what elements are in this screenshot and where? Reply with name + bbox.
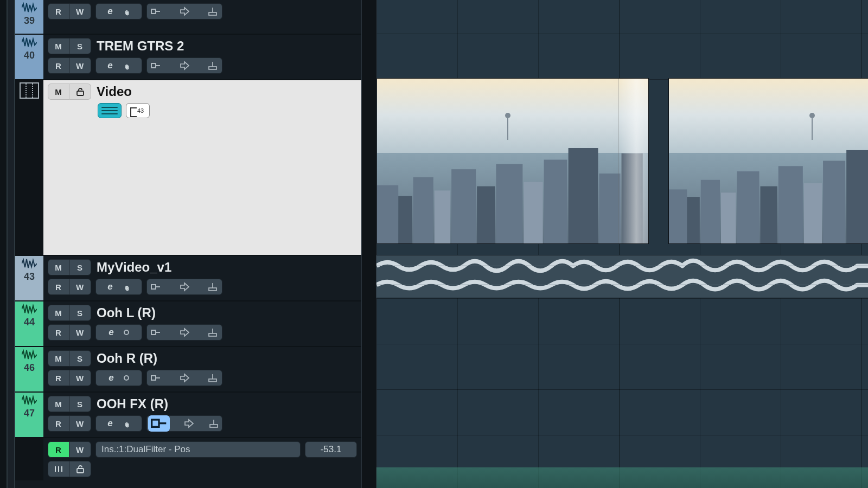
e-icon: e (107, 6, 112, 17)
edit-insert-button[interactable]: e⚭ (95, 279, 142, 295)
read-button[interactable]: R (48, 370, 69, 386)
track-name[interactable]: MyVideo_v1 (97, 260, 171, 275)
solo-button[interactable]: S (69, 305, 91, 321)
track-row[interactable]: 47 MS OOH FX (R) RW e⚭ (15, 391, 361, 437)
track-number: 39 (20, 15, 39, 27)
svg-rect-10 (77, 91, 84, 95)
bypass-icon[interactable] (178, 6, 191, 17)
auto-write-button[interactable]: W (69, 441, 91, 458)
freeze-icon[interactable] (207, 281, 220, 292)
svg-rect-29 (210, 425, 218, 427)
video-thumbnail[interactable] (668, 78, 868, 244)
mute-button[interactable]: M (48, 350, 69, 367)
write-button[interactable]: W (69, 324, 91, 341)
track-name[interactable]: Video (97, 84, 132, 99)
automation-param[interactable]: Ins.:1:DualFilter - Pos (95, 441, 301, 458)
gutter (8, 0, 15, 488)
track-name[interactable]: Ooh R (R) (97, 351, 157, 366)
freeze-icon[interactable] (207, 60, 220, 71)
read-button[interactable]: R (48, 279, 69, 295)
write-button[interactable]: W (69, 415, 91, 432)
track-row[interactable]: 43 MS MyVideo_v1 RW e⚭ (15, 255, 361, 300)
bypass-icon[interactable] (178, 373, 191, 383)
thumbnails-button[interactable] (98, 103, 122, 118)
ms-group: M S (48, 38, 91, 54)
region-strip[interactable] (376, 467, 868, 488)
video-thumbnail[interactable] (376, 78, 649, 244)
solo-button[interactable]: S (69, 259, 91, 275)
automation-value[interactable]: -53.1 (305, 441, 357, 458)
write-button[interactable]: W (69, 57, 91, 74)
track-name[interactable]: Ooh L (R) (97, 305, 156, 320)
monitor-icon[interactable] (149, 281, 162, 292)
auto-read-button[interactable]: R (48, 441, 69, 458)
rw-group: R W (48, 3, 91, 20)
svg-marker-18 (181, 329, 189, 336)
waveform-icon (22, 349, 37, 360)
svg-rect-19 (209, 333, 216, 336)
freeze-icon[interactable] (207, 373, 220, 383)
track-row[interactable]: 46 MS Ooh R (R) RW e (15, 346, 361, 391)
svg-rect-14 (209, 288, 216, 291)
read-button[interactable]: R (48, 3, 69, 20)
track-color: 43 (15, 256, 43, 300)
write-button[interactable]: W (69, 3, 91, 20)
solo-button[interactable]: S (69, 396, 91, 412)
read-button[interactable]: R (48, 415, 69, 432)
track-name[interactable]: OOH FX (R) (97, 396, 168, 412)
freeze-icon[interactable] (207, 6, 220, 17)
track-number: 44 (20, 317, 39, 328)
edit-insert-button[interactable]: e⚭ (95, 415, 142, 432)
edit-insert-button[interactable]: e⚭ (95, 57, 142, 74)
solo-button[interactable]: S (69, 38, 91, 54)
video-clips[interactable] (376, 78, 868, 246)
monitor-icon[interactable] (148, 415, 170, 432)
monitor-icon[interactable] (149, 6, 162, 17)
track-name[interactable]: TREM GTRS 2 (97, 38, 184, 54)
write-button[interactable]: W (69, 279, 91, 295)
track-number: 46 (20, 362, 39, 374)
mute-button[interactable]: M (48, 259, 69, 275)
edit-insert-button[interactable]: e (95, 370, 142, 386)
audio-clip[interactable] (376, 255, 868, 298)
track-row[interactable]: 44 MS Ooh L (R) RW e (15, 300, 361, 346)
mute-button[interactable]: M (48, 305, 69, 321)
read-button[interactable]: R (48, 324, 69, 341)
svg-rect-24 (209, 379, 216, 382)
track-row[interactable]: 40 M S TREM GTRS 2 RW e⚭ (15, 34, 361, 79)
monitor-icon[interactable] (149, 60, 162, 71)
auto-bars-button[interactable] (48, 461, 69, 477)
automation-lane[interactable]: RW Ins.:1:DualFilter - Pos -53.1 (15, 437, 361, 480)
svg-rect-16 (151, 330, 156, 335)
track-row-video[interactable]: M Video 43 (15, 79, 361, 255)
frame-number-button[interactable]: 43 (126, 103, 150, 118)
write-button[interactable]: W (69, 370, 91, 386)
track-body: M Video 43 (43, 80, 361, 255)
monitor-icon[interactable] (149, 327, 162, 338)
bypass-icon[interactable] (178, 281, 191, 292)
mute-button[interactable]: M (48, 38, 69, 54)
track-row[interactable]: 39 R W e ⚭ (15, 0, 361, 34)
mute-button[interactable]: M (48, 396, 69, 412)
svg-marker-2 (181, 8, 189, 15)
edit-insert-button[interactable]: e ⚭ (95, 3, 142, 20)
bypass-icon[interactable] (182, 418, 195, 429)
read-button[interactable]: R (48, 57, 69, 74)
track-color: 47 (15, 393, 43, 437)
svg-marker-7 (181, 62, 189, 69)
track-divider[interactable] (361, 0, 376, 488)
bypass-icon[interactable] (178, 60, 191, 71)
lock-button[interactable] (69, 84, 91, 100)
svg-rect-0 (151, 9, 156, 14)
auto-lock-button[interactable] (69, 461, 91, 477)
track-number: 40 (20, 50, 39, 61)
monitor-icon[interactable] (149, 373, 162, 383)
freeze-icon[interactable] (207, 327, 220, 338)
window-edge-left (0, 0, 8, 488)
arrangement-area[interactable] (376, 0, 868, 488)
solo-button[interactable]: S (69, 350, 91, 367)
freeze-icon[interactable] (208, 418, 221, 429)
track-body: R W e ⚭ (43, 0, 361, 34)
edit-insert-button[interactable]: e (95, 324, 142, 341)
mute-button[interactable]: M (48, 84, 69, 100)
